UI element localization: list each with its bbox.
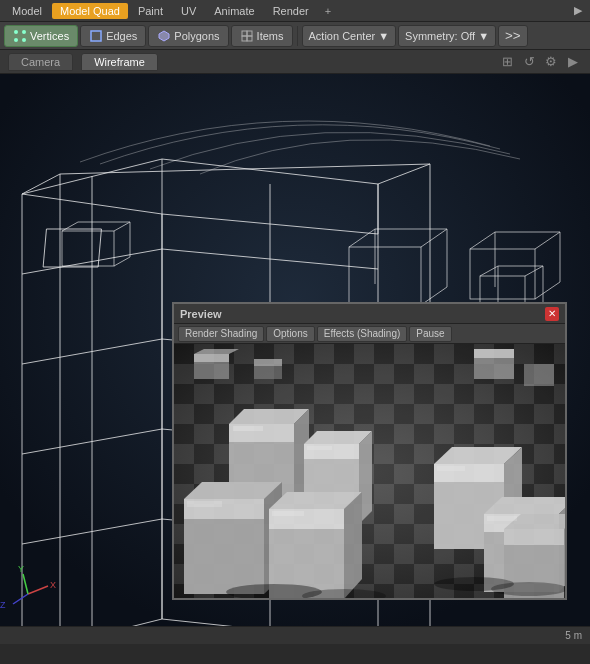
expand-button[interactable]: >> [498, 25, 528, 47]
viewport-icon-play[interactable]: ▶ [564, 53, 582, 71]
menu-bar: Model Model Quad Paint UV Animate Render… [0, 0, 590, 22]
svg-rect-126 [174, 344, 565, 598]
pause-button[interactable]: Pause [409, 326, 451, 342]
preview-title: Preview [180, 308, 541, 320]
preview-titlebar: Preview ✕ [174, 304, 565, 324]
symmetry-arrow-icon: ▼ [478, 30, 489, 42]
viewport[interactable]: X Y Z Preview ✕ Render Shading Options E… [0, 74, 590, 644]
effects-button[interactable]: Effects (Shading) [317, 326, 408, 342]
wireframe-tab[interactable]: Wireframe [81, 53, 158, 71]
action-center-button[interactable]: Action Center ▼ [302, 25, 397, 47]
action-center-arrow-icon: ▼ [378, 30, 389, 42]
viewport-icons: ⊞ ↺ ⚙ ▶ [498, 53, 582, 71]
polygons-button[interactable]: Polygons [148, 25, 228, 47]
status-bar: 5 m [0, 626, 590, 644]
svg-rect-6 [242, 31, 247, 36]
menu-add[interactable]: + [319, 3, 337, 19]
vertices-button[interactable]: Vertices [4, 25, 78, 47]
preview-window[interactable]: Preview ✕ Render Shading Options Effects… [172, 302, 567, 600]
svg-text:X: X [50, 580, 56, 590]
svg-rect-8 [242, 36, 247, 41]
menu-render[interactable]: Render [265, 3, 317, 19]
edges-button[interactable]: Edges [80, 25, 146, 47]
preview-content [174, 344, 565, 598]
vertices-icon [13, 29, 27, 43]
svg-text:Z: Z [0, 600, 6, 610]
menu-paint[interactable]: Paint [130, 3, 171, 19]
camera-tab[interactable]: Camera [8, 53, 73, 71]
polygons-icon [157, 29, 171, 43]
svg-point-2 [14, 38, 18, 42]
svg-rect-9 [247, 36, 252, 41]
svg-rect-7 [247, 31, 252, 36]
items-button[interactable]: Items [231, 25, 293, 47]
viewport-icon-settings[interactable]: ⚙ [542, 53, 560, 71]
svg-point-3 [22, 38, 26, 42]
viewport-header: Camera Wireframe ⊞ ↺ ⚙ ▶ [0, 50, 590, 74]
menu-model[interactable]: Model [4, 3, 50, 19]
svg-marker-5 [159, 31, 169, 41]
viewport-icon-refresh[interactable]: ↺ [520, 53, 538, 71]
menu-arrow[interactable]: ▶ [570, 2, 586, 19]
menu-animate[interactable]: Animate [206, 3, 262, 19]
status-measurement: 5 m [565, 630, 582, 641]
svg-text:Y: Y [18, 564, 24, 574]
preview-render [174, 344, 565, 598]
svg-point-1 [22, 30, 26, 34]
preview-close-button[interactable]: ✕ [545, 307, 559, 321]
svg-point-0 [14, 30, 18, 34]
svg-rect-4 [91, 31, 101, 41]
edges-icon [89, 29, 103, 43]
render-shading-button[interactable]: Render Shading [178, 326, 264, 342]
menu-uv[interactable]: UV [173, 3, 204, 19]
options-button[interactable]: Options [266, 326, 314, 342]
viewport-icon-grid[interactable]: ⊞ [498, 53, 516, 71]
symmetry-button[interactable]: Symmetry: Off ▼ [398, 25, 496, 47]
items-icon [240, 29, 254, 43]
separator-1 [297, 26, 298, 46]
preview-toolbar: Render Shading Options Effects (Shading)… [174, 324, 565, 344]
toolbar: Vertices Edges Polygons Items A [0, 22, 590, 50]
menu-model-quad[interactable]: Model Quad [52, 3, 128, 19]
